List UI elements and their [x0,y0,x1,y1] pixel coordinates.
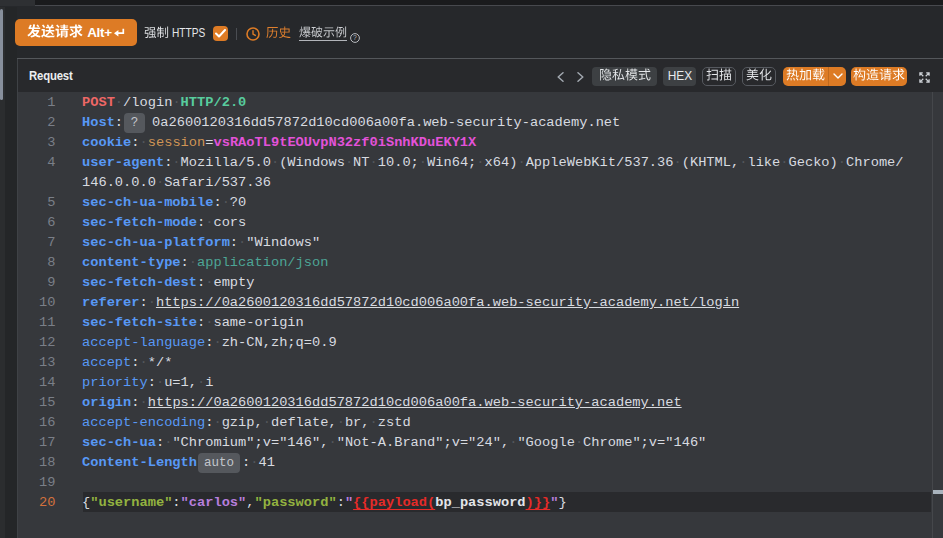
svg-text:?: ? [353,34,357,41]
